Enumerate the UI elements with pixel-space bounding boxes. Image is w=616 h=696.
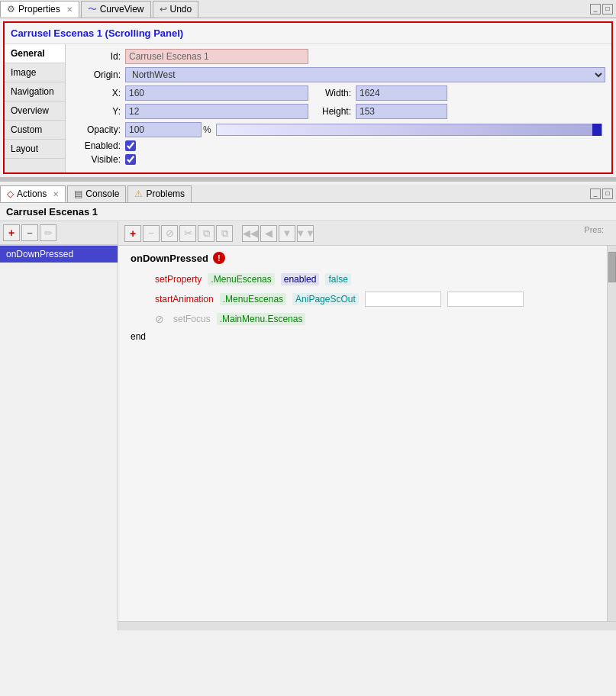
setfocus-keyword: setFocus (173, 314, 211, 324)
sidebar-item-overview[interactable]: Overview (5, 102, 65, 121)
bottom-window-controls: _ □ (590, 188, 613, 199)
top-tab-bar: ⚙ Properties ✕ 〜 CurveView ↩ Undo _ □ (0, 0, 616, 18)
x-input[interactable] (125, 85, 308, 101)
bottom-minimize-button[interactable]: _ (590, 188, 601, 199)
visible-row: Visible: (72, 154, 605, 165)
properties-sidebar: General Image Navigation Overview Custom… (5, 44, 66, 172)
horizontal-scrollbar[interactable] (118, 621, 616, 630)
x-label: X: (72, 88, 125, 98)
tab-problems[interactable]: ⚠ Problems (127, 185, 192, 202)
bottom-tab-bar: ◇ Actions ✕ ▤ Console ⚠ Problems _ □ (0, 185, 616, 203)
enabled-checkbox[interactable] (125, 140, 136, 151)
sidebar-item-layout[interactable]: Layout (5, 140, 65, 159)
remove-action-button[interactable]: − (21, 224, 38, 241)
console-icon: ▤ (74, 188, 82, 199)
x-width-row: X: Width: (72, 85, 605, 101)
vertical-scrollbar[interactable] (607, 246, 616, 621)
properties-title: Carrusel Escenas 1 (Scrolling Panel) (5, 23, 611, 44)
add-action-button[interactable]: + (3, 224, 20, 241)
code-line-end: end (131, 331, 595, 342)
opacity-label: Opacity: (72, 124, 125, 135)
setproperty-target[interactable]: .MenuEscenas (208, 273, 274, 285)
id-row: Id: (72, 49, 605, 64)
id-label: Id: (72, 51, 125, 62)
code-add-button[interactable]: + (124, 225, 141, 242)
setfocus-target[interactable]: .MainMenu.Escenas (217, 313, 306, 325)
properties-content: Id: Origin: NorthWest X: Width: (66, 44, 611, 172)
list-toolbar: + − ✏ (0, 221, 118, 245)
actions-icon: ◇ (7, 188, 14, 199)
curveview-icon: 〜 (88, 3, 97, 16)
actions-panel: Carrusel Escenas 1 + − ✏ + − ⊘ ✂ ⧉ ⧉ ◀◀ … (0, 203, 616, 630)
actions-sidebar: onDownPressed (0, 246, 118, 630)
startanimation-keyword: startAnimation (155, 294, 214, 304)
opacity-unit: % (203, 124, 211, 135)
y-label: Y: (72, 106, 125, 117)
event-name: onDownPressed (131, 253, 208, 264)
properties-icon: ⚙ (7, 4, 15, 14)
section-divider (0, 177, 616, 182)
list-item-ondownpressed[interactable]: onDownPressed (0, 246, 118, 263)
sidebar-item-navigation[interactable]: Navigation (5, 82, 65, 102)
problems-icon: ⚠ (134, 188, 143, 199)
tab-console[interactable]: ▤ Console (67, 185, 126, 202)
id-input[interactable] (125, 49, 308, 64)
sidebar-item-image[interactable]: Image (5, 63, 65, 82)
origin-row: Origin: NorthWest (72, 67, 605, 82)
width-input[interactable] (356, 85, 447, 101)
code-first-button[interactable]: ◀◀ (242, 225, 259, 242)
origin-label: Origin: (72, 69, 125, 80)
setproperty-value[interactable]: false (325, 273, 350, 285)
press-hint: Pres: (584, 225, 604, 234)
tab-undo[interactable]: ↩ Undo (153, 1, 199, 18)
code-paste-button[interactable]: ⧉ (216, 225, 233, 242)
opacity-thumb[interactable] (592, 124, 601, 136)
undo-icon: ↩ (160, 4, 167, 14)
code-prev-button[interactable]: ◀ (260, 225, 277, 242)
tab-actions-close[interactable]: ✕ (53, 190, 59, 198)
sidebar-item-general[interactable]: General (5, 44, 65, 63)
enabled-row: Enabled: (72, 140, 605, 151)
setproperty-property[interactable]: enabled (281, 273, 320, 285)
setproperty-keyword: setProperty (155, 274, 202, 285)
actions-title: Carrusel Escenas 1 (0, 203, 616, 221)
visible-checkbox[interactable] (125, 154, 136, 165)
tab-curveview[interactable]: 〜 CurveView (81, 1, 151, 18)
opacity-track[interactable] (216, 124, 602, 136)
startanimation-target[interactable]: .MenuEscenas (220, 293, 286, 305)
actions-body: onDownPressed onDownPressed ! setPropert… (0, 246, 616, 630)
scrollbar-thumb[interactable] (608, 252, 616, 282)
tab-actions[interactable]: ◇ Actions ✕ (0, 185, 66, 202)
code-remove-button[interactable]: − (143, 225, 160, 242)
width-label: Width: (321, 88, 356, 98)
end-keyword: end (131, 331, 146, 342)
code-line-setfocus: ⊘ setFocus .MainMenu.Escenas (155, 313, 595, 325)
tab-properties-close[interactable]: ✕ (66, 5, 73, 14)
enabled-label: Enabled: (72, 140, 125, 151)
sidebar-item-custom[interactable]: Custom (5, 121, 65, 140)
properties-body: General Image Navigation Overview Custom… (5, 44, 611, 172)
properties-panel: Carrusel Escenas 1 (Scrolling Panel) Gen… (3, 21, 613, 174)
disabled-icon: ⊘ (155, 313, 167, 325)
bottom-maximize-button[interactable]: □ (602, 188, 613, 199)
minimize-button[interactable]: _ (590, 4, 601, 14)
code-last-button[interactable]: ▼▼ (297, 225, 314, 242)
actions-content: onDownPressed ! setProperty .MenuEscenas… (118, 246, 607, 621)
startanimation-value[interactable]: AniPageScOut (292, 293, 359, 305)
edit-action-button[interactable]: ✏ (40, 224, 56, 241)
startanimation-input2[interactable] (447, 292, 524, 307)
startanimation-input1[interactable] (365, 292, 441, 307)
code-cut-button[interactable]: ✂ (179, 225, 196, 242)
code-copy-button[interactable]: ⧉ (198, 225, 214, 242)
maximize-button[interactable]: □ (602, 4, 613, 14)
code-next-button[interactable]: ▼ (279, 225, 295, 242)
origin-select[interactable]: NorthWest (125, 67, 605, 82)
tab-properties[interactable]: ⚙ Properties ✕ (0, 1, 79, 18)
height-input[interactable] (356, 104, 447, 119)
visible-label: Visible: (72, 154, 125, 165)
code-cancel-button[interactable]: ⊘ (161, 225, 178, 242)
event-warning-icon: ! (213, 252, 225, 264)
y-input[interactable] (125, 104, 308, 119)
opacity-input[interactable] (125, 122, 202, 137)
window-controls: _ □ (590, 4, 613, 14)
